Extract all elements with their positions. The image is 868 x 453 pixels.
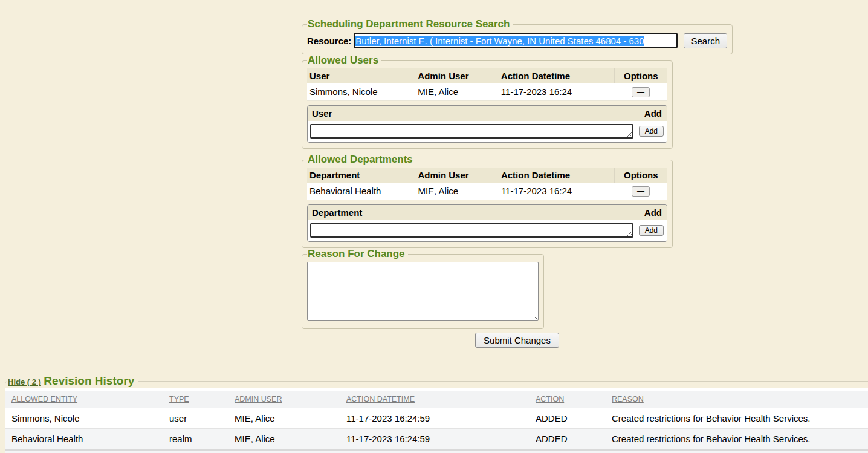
sort-header-reason-label: REASON	[612, 395, 644, 403]
column-header-user: User	[307, 68, 415, 83]
allowed-users-fieldset: Allowed Users User Admin User Action Dat…	[302, 54, 673, 149]
revision-reason: Created restrictions for Behavior Health…	[609, 408, 868, 429]
revision-type: realm	[167, 429, 232, 450]
resource-search-legend: Scheduling Department Resource Search	[307, 18, 513, 30]
sort-header-action-datetime[interactable]: ACTION DATETIME	[344, 391, 533, 408]
column-header-action-datetime: Action Datetime	[499, 168, 614, 183]
revision-history-fieldset: Hide ( 2 ) Revision History ALLOWED ENTI…	[5, 374, 868, 453]
pagination-status: DISPLAYING 1-2 / 2	[5, 450, 868, 453]
revision-admin: MIE, Alice	[232, 408, 344, 429]
add-department-button[interactable]: Add	[639, 225, 664, 236]
sort-header-allowed-entity-label: ALLOWED ENTITY	[11, 395, 77, 403]
revision-history-title: Revision History	[44, 374, 134, 387]
revision-reason: Created restrictions for Behavior Health…	[609, 429, 868, 450]
allowed-department-admin: MIE, Alice	[415, 183, 498, 200]
submit-row: Submit Changes	[302, 333, 733, 348]
remove-department-button[interactable]: —	[632, 186, 650, 197]
column-header-action-datetime: Action Datetime	[499, 68, 614, 83]
hide-link[interactable]: Hide ( 2 )	[8, 377, 41, 386]
sort-header-action-label: ACTION	[536, 395, 564, 403]
sort-header-admin-user-label: ADMIN USER	[235, 395, 282, 403]
allowed-departments-header-row: Department Admin User Action Datetime Op…	[307, 168, 667, 183]
revision-entity: Behavioral Health	[5, 429, 167, 450]
reason-for-change-fieldset: Reason For Change	[302, 248, 544, 329]
allowed-users-table: User Admin User Action Datetime Options …	[307, 68, 667, 101]
add-user-box: User Add Add	[307, 105, 667, 143]
add-user-add-label: Add	[644, 108, 662, 119]
column-header-options: Options	[614, 168, 667, 183]
add-department-column-label: Department	[312, 207, 362, 218]
add-user-input[interactable]	[310, 124, 633, 139]
resource-row: Resource: Butler, Internist E. ( Interni…	[307, 33, 727, 48]
table-row: Simmons, Nicole user MIE, Alice 11-17-20…	[5, 408, 868, 429]
allowed-department-datetime: 11-17-2023 16:24	[499, 183, 614, 200]
table-row: Simmons, Nicole MIE, Alice 11-17-2023 16…	[307, 83, 667, 101]
sort-header-allowed-entity[interactable]: ALLOWED ENTITY	[5, 391, 167, 408]
reason-for-change-legend: Reason For Change	[307, 248, 408, 260]
allowed-departments-legend: Allowed Departments	[307, 154, 416, 166]
add-user-body: Add	[308, 121, 667, 142]
add-department-body: Add	[308, 220, 667, 241]
allowed-user-name: Simmons, Nicole	[307, 83, 415, 101]
search-button[interactable]: Search	[684, 33, 727, 48]
submit-changes-button[interactable]: Submit Changes	[475, 333, 559, 348]
table-row: Behavioral Health realm MIE, Alice 11-17…	[5, 429, 868, 450]
allowed-department-name: Behavioral Health	[307, 183, 415, 200]
column-header-admin-user: Admin User	[415, 168, 498, 183]
revision-datetime: 11-17-2023 16:24:59	[344, 408, 533, 429]
remove-user-button[interactable]: —	[632, 87, 650, 97]
revision-history-table: ALLOWED ENTITY TYPE ADMIN USER ACTION DA…	[5, 391, 868, 453]
add-department-box: Department Add Add	[307, 204, 667, 242]
resource-label: Resource:	[307, 36, 351, 46]
add-department-header: Department Add	[308, 205, 667, 220]
column-header-department: Department	[307, 168, 415, 183]
sort-header-action-datetime-label: ACTION DATETIME	[346, 395, 415, 403]
sort-header-reason[interactable]: REASON	[609, 391, 868, 408]
reason-for-change-input[interactable]	[307, 262, 539, 321]
resource-input-selected-text: Butler, Internist E. ( Internist - Fort …	[355, 36, 644, 46]
add-department-add-label: Add	[644, 207, 662, 218]
sort-header-action[interactable]: ACTION	[533, 391, 609, 408]
revision-type: user	[167, 408, 232, 429]
sort-header-type[interactable]: TYPE	[167, 391, 232, 408]
add-user-column-label: User	[312, 108, 332, 119]
add-user-header: User Add	[308, 106, 667, 121]
table-row: Behavioral Health MIE, Alice 11-17-2023 …	[307, 183, 667, 200]
allowed-user-datetime: 11-17-2023 16:24	[499, 83, 614, 101]
revision-admin: MIE, Alice	[232, 429, 344, 450]
revision-history-legend: Hide ( 2 ) Revision History	[7, 374, 138, 388]
allowed-departments-fieldset: Allowed Departments Department Admin Use…	[302, 154, 673, 248]
revision-history-body: ALLOWED ENTITY TYPE ADMIN USER ACTION DA…	[5, 388, 868, 453]
revision-action: ADDED	[533, 408, 609, 429]
sort-header-admin-user[interactable]: ADMIN USER	[232, 391, 344, 408]
resource-search-fieldset: Scheduling Department Resource Search Re…	[302, 18, 733, 54]
add-department-input[interactable]	[310, 223, 633, 238]
pagination-row: DISPLAYING 1-2 / 2	[5, 450, 868, 453]
main-form-column: Scheduling Department Resource Search Re…	[302, 0, 733, 348]
column-header-admin-user: Admin User	[415, 68, 498, 83]
allowed-departments-table: Department Admin User Action Datetime Op…	[307, 168, 667, 200]
sort-header-type-label: TYPE	[169, 395, 189, 403]
revision-entity: Simmons, Nicole	[5, 408, 167, 429]
allowed-users-legend: Allowed Users	[307, 54, 381, 67]
revision-datetime: 11-17-2023 16:24:59	[344, 429, 533, 450]
resource-input[interactable]: Butler, Internist E. ( Internist - Fort …	[354, 33, 678, 48]
add-user-button[interactable]: Add	[639, 126, 664, 137]
allowed-users-header-row: User Admin User Action Datetime Options	[307, 68, 667, 83]
revision-history-header-row: ALLOWED ENTITY TYPE ADMIN USER ACTION DA…	[5, 391, 868, 408]
allowed-user-admin: MIE, Alice	[415, 83, 498, 101]
revision-action: ADDED	[533, 429, 609, 450]
column-header-options: Options	[614, 68, 667, 83]
